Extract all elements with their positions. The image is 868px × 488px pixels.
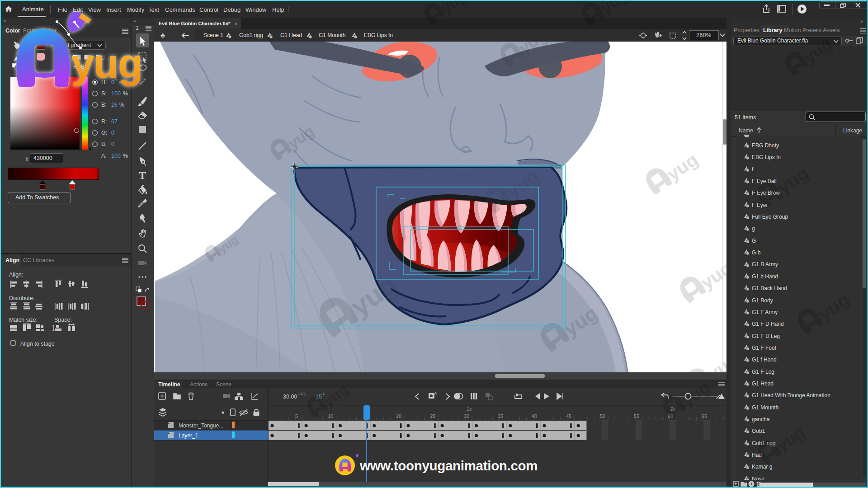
svg-text:25: 25 [430,413,435,419]
svg-text:Timeline: Timeline [158,381,180,388]
svg-text:40: 40 [532,413,537,419]
svg-text:15: 15 [316,394,322,400]
svg-text:20: 20 [396,413,401,419]
svg-text:5: 5 [295,413,298,419]
svg-text:55: 55 [634,413,639,419]
svg-text:T: T [139,169,146,181]
svg-text:30: 30 [464,413,469,419]
svg-text:60: 60 [668,413,673,419]
svg-text:50: 50 [600,413,605,419]
svg-text:Monster_Tongue...: Monster_Tongue... [179,422,223,429]
svg-text:30.00: 30.00 [283,394,297,400]
svg-text:65: 65 [702,413,707,419]
svg-text:Actions: Actions [190,381,208,388]
svg-text:Scene: Scene [216,381,231,388]
svg-text:F: F [323,392,326,396]
svg-text:yug: yug [71,41,142,86]
svg-text:A: A [434,391,437,395]
svg-text:Layer_1: Layer_1 [179,432,198,439]
svg-text:35: 35 [498,413,503,419]
svg-text:FPS: FPS [298,392,307,396]
svg-text:www.toonyuganimation.com: www.toonyuganimation.com [359,458,538,473]
svg-text:10: 10 [328,413,333,419]
svg-text:2s: 2s [670,406,676,412]
svg-text:1s: 1s [467,406,472,412]
svg-text:45: 45 [566,413,571,419]
